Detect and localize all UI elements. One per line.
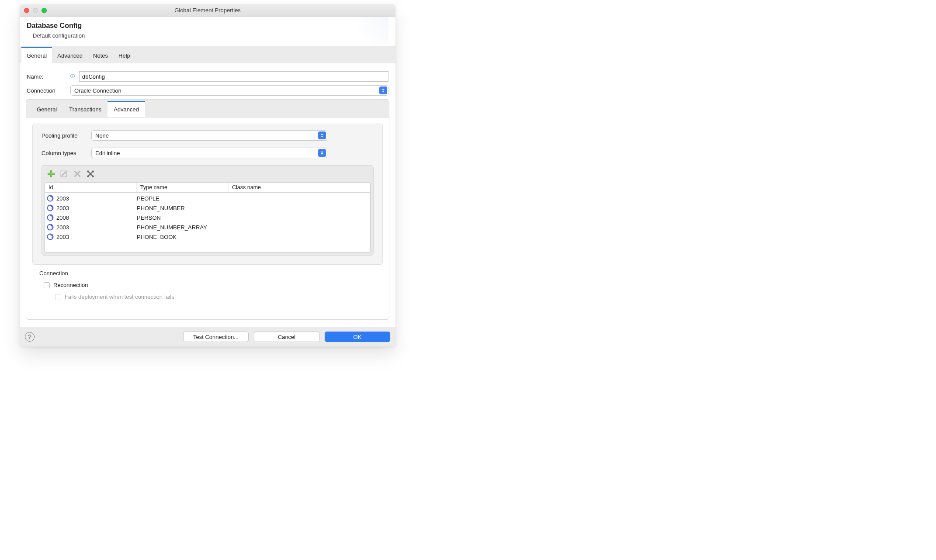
table-toolbar (42, 166, 373, 182)
row-id-cell: 2003 (55, 234, 137, 240)
row-type-icon (45, 233, 55, 240)
tab-body: Name: ⓘ Connection Oracle Connection Gen… (20, 63, 395, 327)
connection-label: Connection (27, 87, 67, 94)
pooling-label: Pooling profile (42, 132, 85, 139)
test-connection-button[interactable]: Test Connection... (183, 332, 249, 342)
svg-point-7 (87, 175, 89, 177)
name-row: Name: ⓘ (27, 71, 388, 82)
inner-tabs: General Transactions Advanced (26, 100, 389, 117)
connection-row: Connection Oracle Connection (27, 85, 388, 96)
inner-tab-advanced[interactable]: Advanced (107, 101, 145, 117)
grid-header-id[interactable]: Id (45, 183, 137, 192)
delete-button (73, 169, 82, 179)
traffic-lights (24, 8, 47, 13)
row-id-cell: 2003 (55, 195, 137, 202)
cancel-button[interactable]: Cancel (254, 332, 319, 342)
row-typename-cell: PERSON (137, 214, 229, 221)
table-row[interactable]: 2008PERSON (45, 213, 370, 222)
svg-point-5 (87, 170, 89, 173)
row-typename-cell: PEOPLE (137, 195, 229, 202)
reconnection-checkbox[interactable] (44, 282, 50, 288)
svg-rect-3 (48, 173, 54, 174)
edit-button (59, 169, 69, 179)
connection-panel: General Transactions Advanced Pooling pr… (26, 99, 389, 320)
row-id-cell: 2008 (55, 214, 137, 221)
svg-point-6 (92, 170, 94, 173)
connection-section: Connection Reconnection Fails deployment… (39, 270, 383, 316)
inner-tab-general[interactable]: General (31, 101, 63, 117)
column-types-label: Column types (42, 150, 85, 156)
column-types-select-value: Edit inline (95, 150, 120, 156)
connection-section-title: Connection (39, 270, 383, 277)
tab-notes[interactable]: Notes (88, 47, 113, 63)
dialog-footer: ? Test Connection... Cancel OK (20, 327, 395, 346)
connection-select[interactable]: Oracle Connection (70, 85, 388, 96)
inner-tab-transactions[interactable]: Transactions (63, 101, 107, 117)
svg-point-8 (92, 175, 94, 177)
fails-deployment-checkbox (55, 294, 61, 300)
grid-header: Id Type name Class name (45, 183, 370, 193)
grid-header-classname[interactable]: Class name (229, 183, 370, 192)
table-row[interactable]: 2003PEOPLE (45, 194, 370, 203)
chevron-updown-icon (318, 149, 326, 157)
inner-tab-content: Pooling profile None Column types Edit i… (26, 117, 389, 319)
grid-header-typename[interactable]: Type name (137, 183, 229, 192)
table-row[interactable]: 2003PHONE_BOOK (45, 232, 370, 242)
reconnection-label: Reconnection (53, 282, 88, 288)
zoom-icon[interactable] (42, 8, 47, 13)
fails-deployment-checkrow: Fails deployment when test connection fa… (55, 294, 383, 300)
row-typename-cell: PHONE_NUMBER (137, 205, 229, 211)
row-type-icon (45, 204, 55, 211)
info-icon: ⓘ (70, 73, 75, 80)
reconnection-checkrow[interactable]: Reconnection (44, 282, 383, 288)
chevron-updown-icon (379, 86, 387, 94)
tab-help[interactable]: Help (113, 47, 135, 63)
window-title: Global Element Properties (20, 7, 395, 14)
dialog-window: Global Element Properties Database Confi… (20, 4, 395, 346)
column-types-row: Column types Edit inline (42, 148, 374, 158)
row-id-cell: 2003 (55, 205, 137, 211)
table-row[interactable]: 2003PHONE_NUMBER_ARRAY (45, 222, 370, 232)
header-decoration (319, 13, 388, 44)
tab-advanced[interactable]: Advanced (52, 47, 88, 63)
row-typename-cell: PHONE_NUMBER_ARRAY (137, 224, 229, 231)
connection-select-value: Oracle Connection (74, 87, 121, 94)
fails-deployment-label: Fails deployment when test connection fa… (65, 294, 174, 300)
help-icon[interactable]: ? (25, 332, 35, 342)
name-input[interactable] (79, 71, 388, 82)
column-types-select[interactable]: Edit inline (91, 148, 327, 158)
column-types-table-panel: Id Type name Class name 2003PEOPLE2003PH… (42, 165, 374, 256)
top-tabs: General Advanced Notes Help (20, 46, 395, 63)
pooling-select[interactable]: None (91, 130, 327, 141)
pooling-row: Pooling profile None (42, 130, 374, 141)
row-type-icon (45, 214, 55, 221)
table-row[interactable]: 2003PHONE_NUMBER (45, 203, 370, 213)
grid-body: 2003PEOPLE2003PHONE_NUMBER2008PERSON2003… (45, 193, 370, 252)
dialog-header: Database Config Default configuration (20, 17, 395, 46)
columns-grid: Id Type name Class name 2003PEOPLE2003PH… (45, 182, 371, 252)
tab-general[interactable]: General (21, 47, 52, 63)
ok-button[interactable]: OK (325, 332, 390, 342)
pooling-select-value: None (95, 132, 109, 139)
advanced-panel: Pooling profile None Column types Edit i… (32, 124, 383, 265)
row-typename-cell: PHONE_BOOK (137, 234, 229, 240)
titlebar: Global Element Properties (20, 4, 395, 17)
row-id-cell: 2003 (55, 224, 137, 231)
name-label: Name: (27, 73, 67, 80)
row-type-icon (45, 195, 55, 202)
add-button[interactable] (46, 169, 56, 179)
close-icon[interactable] (24, 8, 29, 13)
row-type-icon (45, 224, 55, 231)
chevron-updown-icon (318, 131, 326, 139)
tools-button[interactable] (86, 169, 95, 179)
minimize-icon (33, 8, 38, 13)
